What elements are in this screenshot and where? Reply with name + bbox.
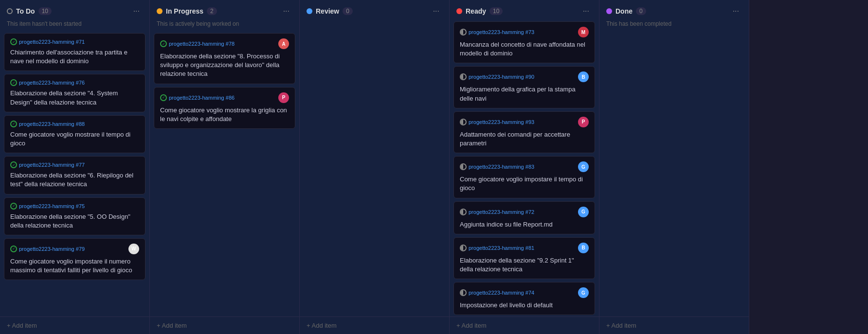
table-row[interactable]: progetto2223-hamming #83GCome giocatore … <box>453 156 595 198</box>
half-check-icon <box>460 289 467 296</box>
card-repo-text: progetto2223-hamming #71 <box>19 39 85 45</box>
half-check-icon <box>460 29 467 35</box>
card-title: Impostazione del livello di default <box>460 301 589 310</box>
card-repo: progetto2223-hamming #78 <box>160 40 235 47</box>
card-repo: progetto2223-hamming #73 <box>460 29 534 35</box>
table-row[interactable]: progetto2223-hamming #81BElaborazione de… <box>453 237 595 279</box>
table-row[interactable]: progetto2223-hamming #86PCome giocatore … <box>154 87 295 129</box>
add-item-button-todo[interactable]: + Add item <box>0 316 149 334</box>
column-review: Review0···+ Add item <box>300 0 450 334</box>
table-row[interactable]: progetto2223-hamming #90BMiglioramento d… <box>453 66 595 108</box>
card-repo: progetto2223-hamming #90 <box>460 73 534 80</box>
card-repo: progetto2223-hamming #77 <box>10 161 85 168</box>
check-icon <box>10 38 17 45</box>
table-row[interactable]: progetto2223-hamming #93PAdattamento dei… <box>453 111 595 153</box>
card-title: Elaborazione della sezione "4. System De… <box>10 89 139 106</box>
status-dot-inprogress <box>157 8 163 14</box>
table-row[interactable]: progetto2223-hamming #79WCome giocatore … <box>4 238 145 280</box>
count-badge-done: 0 <box>636 7 646 15</box>
column-header-left-ready: Ready10 <box>456 7 503 15</box>
card-title: Elaborazione della sezione "9.2 Sprint 1… <box>460 256 589 274</box>
card-repo-text: progetto2223-hamming #77 <box>19 162 85 168</box>
cards-area-ready: progetto2223-hamming #73MMancanza del co… <box>450 19 599 316</box>
card-title: Miglioramento della grafica per la stamp… <box>460 85 589 103</box>
column-title-ready: Ready <box>466 7 486 15</box>
table-row[interactable]: progetto2223-hamming #78AElaborazione de… <box>154 33 295 84</box>
column-title-review: Review <box>316 7 339 15</box>
column-header-todo: To Do10··· <box>0 0 149 19</box>
add-item-button-review[interactable]: + Add item <box>300 316 449 334</box>
count-badge-todo: 10 <box>38 7 52 15</box>
column-header-left-done: Done0 <box>606 7 646 15</box>
card-repo: progetto2223-hamming #74 <box>460 289 534 296</box>
table-row[interactable]: progetto2223-hamming #73MMancanza del co… <box>453 21 595 63</box>
check-icon <box>10 246 17 252</box>
table-row[interactable]: progetto2223-hamming #88Come giocatore v… <box>4 115 145 153</box>
count-badge-inprogress: 2 <box>207 7 217 15</box>
check-icon <box>10 203 17 210</box>
table-row[interactable]: progetto2223-hamming #76Elaborazione del… <box>4 74 145 112</box>
kanban-board: To Do10···This item hasn't been startedp… <box>0 0 868 334</box>
card-repo: progetto2223-hamming #76 <box>10 79 85 86</box>
cards-area-todo: progetto2223-hamming #71Chiarimento dell… <box>0 31 149 316</box>
card-meta: progetto2223-hamming #74G <box>460 287 589 298</box>
card-repo-text: progetto2223-hamming #83 <box>469 164 534 170</box>
add-item-button-inprogress[interactable]: + Add item <box>150 316 299 334</box>
column-header-ready: Ready10··· <box>450 0 599 19</box>
card-meta: progetto2223-hamming #72G <box>460 207 589 217</box>
card-repo: progetto2223-hamming #75 <box>10 203 85 210</box>
column-header-left-review: Review0 <box>307 7 353 15</box>
check-icon <box>160 94 167 101</box>
card-meta: progetto2223-hamming #75 <box>10 203 139 210</box>
column-todo: To Do10···This item hasn't been startedp… <box>0 0 150 334</box>
card-title: Come giocatore voglio impostare il tempo… <box>460 175 589 193</box>
half-check-icon <box>460 163 467 170</box>
add-item-button-done[interactable]: + Add item <box>599 316 749 334</box>
table-row[interactable]: progetto2223-hamming #77Elaborazione del… <box>4 156 145 194</box>
card-title: Elaborazione della sezione "5. OO Design… <box>10 212 139 230</box>
table-row[interactable]: progetto2223-hamming #74GImpostazione de… <box>453 282 595 315</box>
avatar: B <box>578 71 589 82</box>
table-row[interactable]: progetto2223-hamming #72GAggiunta indice… <box>453 201 595 234</box>
avatar: G <box>578 287 589 298</box>
card-title: Chiarimento dell'associazione tra partit… <box>10 48 139 66</box>
more-button-inprogress[interactable]: ··· <box>280 6 292 17</box>
table-row[interactable]: progetto2223-hamming #71Chiarimento dell… <box>4 33 145 71</box>
count-badge-ready: 10 <box>489 7 503 15</box>
card-meta: progetto2223-hamming #77 <box>10 161 139 168</box>
card-repo: progetto2223-hamming #83 <box>460 163 534 170</box>
card-repo-text: progetto2223-hamming #93 <box>469 119 534 125</box>
card-repo-text: progetto2223-hamming #74 <box>469 290 534 296</box>
column-header-left-todo: To Do10 <box>7 7 52 15</box>
card-title: Adattamento dei comandi per accettare pa… <box>460 130 589 148</box>
card-meta: progetto2223-hamming #78A <box>160 38 289 49</box>
card-meta: progetto2223-hamming #90B <box>460 71 589 82</box>
half-check-icon <box>460 119 467 125</box>
card-title: Come giocatore voglio mostrare il tempo … <box>10 130 139 148</box>
column-inprogress: In Progress2···This is actively being wo… <box>150 0 300 334</box>
add-item-button-ready[interactable]: + Add item <box>450 316 599 334</box>
card-repo-text: progetto2223-hamming #86 <box>169 95 235 101</box>
card-title: Elaborazione della sezione "8. Processo … <box>160 52 289 79</box>
more-button-done[interactable]: ··· <box>730 6 742 17</box>
cards-area-done <box>599 31 749 316</box>
avatar: W <box>128 244 139 254</box>
card-title: Come giocatore voglio mostrare la grigli… <box>160 106 289 123</box>
more-button-todo[interactable]: ··· <box>130 6 143 17</box>
more-button-review[interactable]: ··· <box>430 6 442 17</box>
column-subtitle-todo: This item hasn't been started <box>0 19 149 31</box>
card-repo-text: progetto2223-hamming #88 <box>19 121 85 127</box>
half-check-icon <box>460 209 467 215</box>
more-button-ready[interactable]: ··· <box>580 6 592 17</box>
column-done: Done0···This has been completed+ Add ite… <box>599 0 749 334</box>
check-icon <box>10 79 17 86</box>
card-repo-text: progetto2223-hamming #90 <box>469 74 534 80</box>
card-meta: progetto2223-hamming #81B <box>460 243 589 253</box>
card-repo-text: progetto2223-hamming #76 <box>19 80 85 86</box>
card-repo: progetto2223-hamming #81 <box>460 245 534 251</box>
card-repo-text: progetto2223-hamming #81 <box>469 245 534 251</box>
card-meta: progetto2223-hamming #86P <box>160 92 289 103</box>
avatar: G <box>578 161 589 172</box>
table-row[interactable]: progetto2223-hamming #75Elaborazione del… <box>4 197 145 235</box>
count-badge-review: 0 <box>343 7 353 15</box>
